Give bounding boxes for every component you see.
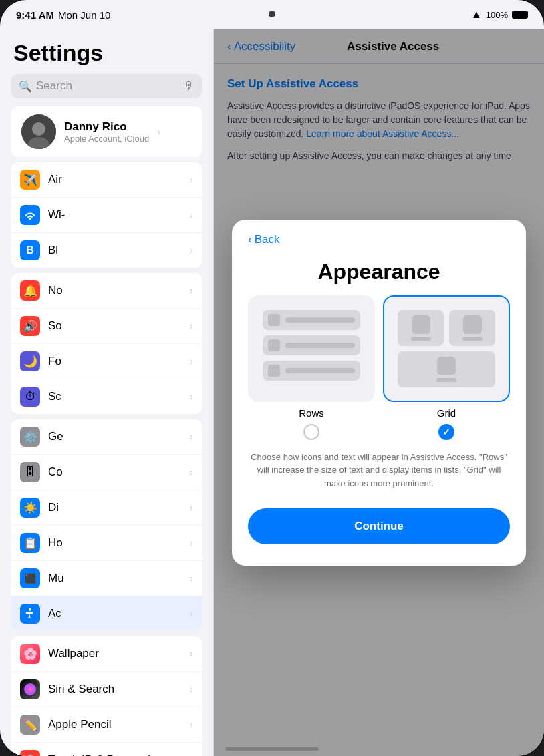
row-item-1 [263,310,360,330]
sounds-icon: 🔊 [20,316,40,336]
appearance-option-rows[interactable]: Rows [248,295,375,440]
modal-header: ‹ Back [232,220,526,246]
focus-icon: 🌙 [20,351,40,371]
settings-label-display: Di [48,501,182,514]
modal-back-chevron-icon: ‹ [248,233,252,246]
settings-item-wallpaper[interactable]: 🌸 Wallpaper › [11,636,202,672]
display-icon: ☀️ [20,498,40,518]
chevron-icon: › [190,245,193,256]
chevron-icon: › [190,174,193,185]
settings-item-bluetooth[interactable]: B Bl › [11,233,202,268]
settings-label-focus: Fo [48,355,182,368]
chevron-icon: › [190,391,193,402]
svg-point-3 [29,608,31,611]
wifi-icon: ▲ [471,9,482,21]
chevron-icon: › [190,285,193,296]
airplane-icon: ✈️ [20,170,40,190]
user-subtitle: Apple Account, iCloud [64,134,149,144]
main-layout: Settings 🔍 Search 🎙 Danny Rico Apple [0,29,544,756]
continue-button[interactable]: Continue [248,508,510,544]
chevron-icon: › [190,467,193,478]
user-profile[interactable]: Danny Rico Apple Account, iCloud › [11,106,202,157]
radio-checkmark: ✓ [442,427,450,437]
controlcenter-icon: 🎛 [20,462,40,482]
search-bar[interactable]: 🔍 Search 🎙 [11,74,202,98]
chevron-icon: › [190,573,193,584]
settings-item-wifi[interactable]: Wi- › [11,198,202,233]
settings-item-airplane[interactable]: ✈️ Air › [11,162,202,198]
chevron-icon: › [190,684,193,695]
avatar [21,114,56,149]
settings-item-display[interactable]: ☀️ Di › [11,490,202,526]
settings-label-touchid: Touch ID & Passcode [48,753,182,756]
wallpaper-icon: 🌸 [20,644,40,664]
rows-preview-content [257,305,366,386]
camera-dot [269,11,275,17]
grid-text-placeholder [436,378,456,382]
status-time: 9:41 AM [16,9,54,21]
settings-group-alerts: 🔔 No › 🔊 So › 🌙 Fo › ⏱ [11,273,202,414]
settings-item-touchid[interactable]: 🔒 Touch ID & Passcode › [11,743,202,756]
status-date: Mon Jun 10 [58,9,110,21]
row-item-3 [263,361,360,381]
chevron-icon: › [190,608,193,619]
search-icon: 🔍 [19,80,32,93]
chevron-icon: › [190,538,193,548]
mic-icon: 🎙 [184,80,194,92]
settings-label-bluetooth: Bl [48,244,182,257]
modal-overlay: ‹ Back Appearance [214,29,544,756]
grid-radio[interactable]: ✓ [438,424,454,440]
pencil-icon: ✏️ [20,715,40,735]
settings-item-general[interactable]: ⚙️ Ge › [11,419,202,455]
grid-text-placeholder [462,337,483,341]
siri-icon [20,679,40,699]
settings-item-multitasking[interactable]: ⬛ Mu › [11,561,202,596]
settings-item-focus[interactable]: 🌙 Fo › [11,344,202,379]
right-panel: ‹ Accessibility Assistive Access Set Up … [214,29,544,756]
settings-item-screentime[interactable]: ⏱ Sc › [11,379,202,414]
grid-item-1 [398,310,444,346]
settings-label-wallpaper: Wallpaper [48,647,182,660]
modal-back-button[interactable]: ‹ Back [248,233,510,246]
row-text-placeholder [285,317,355,323]
settings-group-system: ⚙️ Ge › 🎛 Co › ☀️ Di › 📋 [11,419,202,631]
chevron-icon: › [190,502,193,513]
row-icon-placeholder [268,339,280,351]
settings-group-network: ✈️ Air › Wi- › B [11,162,202,268]
settings-label-homescreen: Ho [48,536,182,550]
settings-item-accessibility[interactable]: Ac › [11,596,202,631]
settings-item-homescreen[interactable]: 📋 Ho › [11,526,202,561]
chevron-icon: › [190,321,193,331]
settings-item-siri[interactable]: Siri & Search › [11,672,202,707]
settings-label-notifications: No [48,284,182,297]
user-chevron: › [157,126,160,137]
grid-item-3 [398,351,495,387]
sidebar-title: Settings [0,29,213,71]
settings-label-siri: Siri & Search [48,683,182,696]
chevron-icon: › [190,210,193,220]
chevron-icon: › [190,648,193,659]
grid-icon-placeholder [463,315,482,334]
settings-item-sounds[interactable]: 🔊 So › [11,309,202,344]
wifi-settings-icon [20,205,40,225]
ipad-frame: 9:41 AM Mon Jun 10 ▲ 100% Settings 🔍 Sea… [0,0,544,756]
settings-list: ✈️ Air › Wi- › B [0,162,213,756]
general-icon: ⚙️ [20,427,40,447]
settings-item-controlcenter[interactable]: 🎛 Co › [11,455,202,490]
settings-item-pencil[interactable]: ✏️ Apple Pencil › [11,707,202,743]
settings-label-airplane: Air [48,173,182,186]
multitasking-icon: ⬛ [20,568,40,588]
row-item-2 [263,335,360,355]
modal-title: Appearance [232,260,526,285]
row-icon-placeholder [268,365,280,377]
settings-item-notifications[interactable]: 🔔 No › [11,273,202,309]
user-name: Danny Rico [64,120,149,134]
sidebar: Settings 🔍 Search 🎙 Danny Rico Apple [0,29,214,756]
rows-radio[interactable] [303,424,319,440]
row-text-placeholder [285,368,355,373]
search-input[interactable]: Search [36,79,180,93]
appearance-option-grid[interactable]: Grid ✓ [383,295,510,440]
row-icon-placeholder [268,314,280,326]
appearance-options: Rows [232,295,526,440]
settings-group-more: 🌸 Wallpaper › Siri & Search › ✏️ Apple P… [11,636,202,756]
